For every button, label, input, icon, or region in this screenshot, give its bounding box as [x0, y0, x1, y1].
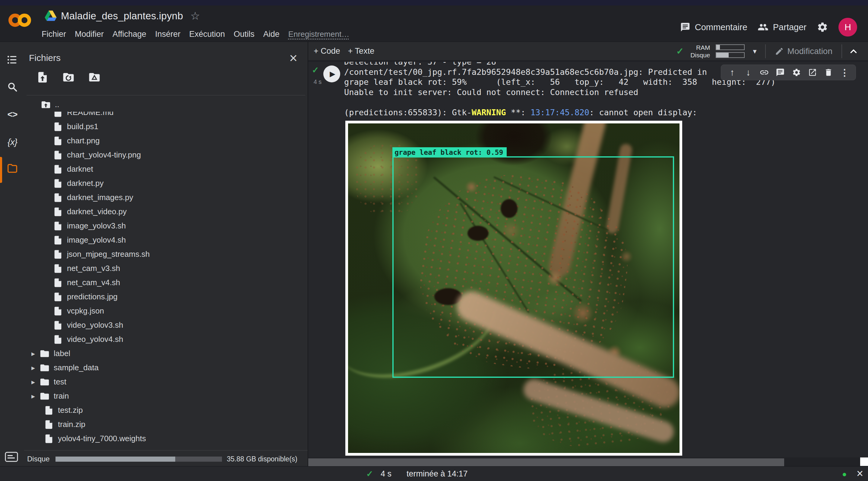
code-snippets-icon[interactable]: <>	[7, 109, 18, 120]
disclosure-icon[interactable]: ▸	[29, 378, 37, 386]
status-duration: 4 s	[381, 469, 392, 479]
move-cell-down-icon[interactable]: ↓	[742, 67, 754, 78]
file-item-vcpkg.json[interactable]: vcpkg.json	[24, 304, 308, 318]
file-icon	[53, 264, 63, 274]
file-name: build.ps1	[67, 122, 98, 131]
add-code-button[interactable]: + Code	[314, 47, 340, 56]
left-rail: <> {x}	[0, 42, 24, 466]
file-item-json_mjpeg_streams.sh[interactable]: json_mjpeg_streams.sh	[24, 247, 308, 261]
file-name: train	[54, 391, 69, 401]
folder-icon	[39, 377, 50, 387]
resource-labels[interactable]: RAM Disque	[690, 44, 710, 59]
add-text-button[interactable]: + Texte	[348, 47, 374, 56]
disclosure-icon[interactable]: ▸	[29, 350, 37, 358]
menu-outils[interactable]: Outils	[234, 30, 254, 39]
edit-mode-label: Modification	[787, 47, 832, 56]
variables-icon[interactable]: {x}	[7, 137, 18, 148]
close-status-icon[interactable]: ×	[857, 467, 863, 480]
edit-mode-button[interactable]: Modification	[771, 47, 836, 56]
delete-cell-icon[interactable]	[823, 68, 835, 77]
menu-modifier[interactable]: Modifier	[75, 30, 104, 39]
cell-exec-time: 4 s	[308, 79, 327, 85]
ram-bar-fill	[716, 45, 720, 50]
file-name: json_mjpeg_streams.sh	[67, 249, 150, 259]
close-panel-icon[interactable]: ×	[289, 53, 298, 62]
folder-item-train[interactable]: ▸ train	[24, 389, 308, 403]
file-item-yolov4-tiny_7000.weights[interactable]: yolov4-tiny_7000.weights	[24, 431, 308, 446]
file-item-train.zip[interactable]: train.zip	[24, 417, 308, 431]
disclosure-icon[interactable]: ▸	[29, 364, 37, 372]
settings-gear-icon[interactable]	[817, 22, 828, 33]
star-icon[interactable]: ☆	[190, 10, 200, 22]
comment-button[interactable]: Commentaire	[680, 22, 747, 32]
search-icon[interactable]	[7, 81, 18, 93]
file-icon	[53, 207, 63, 217]
terminal-icon[interactable]	[5, 452, 18, 462]
disclosure-icon[interactable]: ▸	[29, 392, 37, 400]
file-item-video_yolov4.sh[interactable]: video_yolov4.sh	[24, 332, 308, 347]
file-icon	[53, 221, 63, 231]
move-cell-up-icon[interactable]: ↑	[726, 67, 738, 78]
status-green-dot: ●	[842, 470, 847, 479]
menu-aide[interactable]: Aide	[263, 30, 280, 39]
chevron-down-icon[interactable]: ▾	[753, 47, 757, 56]
table-of-contents-icon[interactable]	[7, 54, 18, 65]
file-icon	[53, 192, 63, 203]
header-actions: Commentaire Partager H	[680, 18, 857, 37]
menu-excution[interactable]: Exécution	[189, 30, 225, 39]
file-icon	[53, 150, 63, 160]
file-item-image_yolov4.sh[interactable]: image_yolov4.sh	[24, 233, 308, 247]
file-item-test.zip[interactable]: test.zip	[24, 403, 308, 417]
cell-settings-gear-icon[interactable]	[790, 68, 803, 77]
colab-logo-icon[interactable]	[8, 13, 37, 27]
share-label: Partager	[773, 22, 806, 32]
file-item-darknet.py[interactable]: darknet.py	[24, 176, 308, 190]
mount-drive-button[interactable]	[88, 71, 101, 84]
file-item-predictions.jpg[interactable]: predictions.jpg	[24, 290, 308, 304]
open-in-tab-icon[interactable]	[806, 68, 818, 77]
file-item-image_yolov3.sh[interactable]: image_yolov3.sh	[24, 219, 308, 233]
notebook-title[interactable]: Maladie_des_plantes.ipynb	[61, 10, 183, 22]
folder-item-test[interactable]: ▸ test	[24, 375, 308, 389]
folder-item-sample_data[interactable]: ▸ sample_data	[24, 361, 308, 375]
horizontal-scrollbar-thumb[interactable]	[308, 458, 784, 466]
output-line: grape leaf black rot: 59% (left_x: 56 to…	[344, 77, 775, 87]
disk-usage-row: Disque 35.88 GB disponible(s)	[24, 451, 308, 467]
file-item-build.ps1[interactable]: build.ps1	[24, 120, 308, 134]
file-item-video_yolov3.sh[interactable]: video_yolov3.sh	[24, 318, 308, 332]
panel-divider	[27, 95, 305, 95]
file-name: darknet.py	[67, 179, 103, 188]
folder-icon	[39, 391, 50, 401]
add-comment-icon[interactable]	[774, 68, 786, 77]
files-folder-icon[interactable]	[7, 163, 18, 174]
upload-file-button[interactable]	[36, 71, 49, 84]
disk-usage-bar	[56, 456, 222, 462]
resource-bars[interactable]	[716, 44, 745, 58]
file-item-darknet_video.py[interactable]: darknet_video.py	[24, 205, 308, 219]
file-item-net_cam_v3.sh[interactable]: net_cam_v3.sh	[24, 261, 308, 275]
share-button[interactable]: Partager	[757, 22, 806, 33]
menu-insrer[interactable]: Insérer	[155, 30, 180, 39]
file-item-chart_yolov4-tiny.png[interactable]: chart_yolov4-tiny.png	[24, 148, 308, 162]
file-item-darknet[interactable]: darknet	[24, 162, 308, 176]
file-item-net_cam_v4.sh[interactable]: net_cam_v4.sh	[24, 275, 308, 290]
collapse-header-icon[interactable]	[847, 45, 860, 57]
avatar[interactable]: H	[838, 18, 857, 36]
link-to-cell-icon[interactable]	[758, 68, 770, 77]
file-item-..[interactable]: ..	[24, 97, 308, 112]
more-actions-icon[interactable]: ⋮	[838, 67, 850, 78]
file-item-README.md[interactable]: README.md	[24, 112, 308, 120]
menu-enregistrement[interactable]: Enregistrement…	[288, 30, 349, 39]
folder-icon	[39, 363, 50, 373]
menu-fichier[interactable]: Fichier	[42, 30, 66, 39]
file-item-chart.png[interactable]: chart.png	[24, 134, 308, 148]
disk-bar	[716, 52, 745, 58]
file-item-darknet_images.py[interactable]: darknet_images.py	[24, 190, 308, 205]
menu-affichage[interactable]: Affichage	[113, 30, 146, 39]
file-name: net_cam_v4.sh	[67, 278, 120, 287]
folder-item-label[interactable]: ▸ label	[24, 347, 308, 361]
cell-success-check-icon: ✓	[312, 65, 319, 75]
disk-usage-label: Disque	[27, 455, 49, 463]
window-top-strip	[0, 0, 868, 5]
refresh-folder-button[interactable]	[62, 71, 75, 84]
